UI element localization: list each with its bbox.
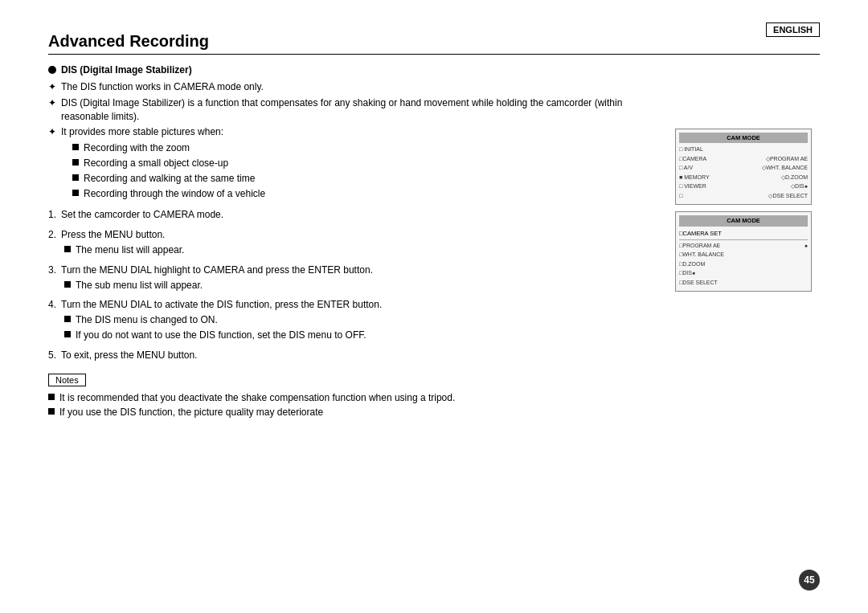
plus-text-1: The DIS function works in CAMERA mode on… xyxy=(61,80,264,94)
cam-row-2-0: □PROGRAM AE ● xyxy=(679,242,808,251)
step-2-content: Press the MENU button. The menu list wil… xyxy=(61,228,667,257)
cam-row-2-4: □DSE SELECT xyxy=(679,279,808,288)
numbered-steps: 1. Set the camcorder to CAMERA mode. 2. … xyxy=(48,208,667,362)
step-3-text: Turn the MENU DIAL highlight to CAMERA a… xyxy=(61,264,373,276)
cam-label-1-5: □ xyxy=(679,192,682,201)
cam-panel-2: CAM MODE □CAMERA SET □PROGRAM AE ● □WHT.… xyxy=(675,211,812,292)
cam-row-1-2: □ A/V ◇WHT. BALANCE xyxy=(679,164,808,173)
sub-text-2: Recording a small object close-up xyxy=(84,157,228,170)
square-item-4: Recording through the window of a vehicl… xyxy=(72,187,667,201)
page-number: 45 xyxy=(799,570,820,591)
step-4-sub-bullet-1 xyxy=(64,316,71,322)
notes-label: Notes xyxy=(48,374,86,386)
english-badge: ENGLISH xyxy=(766,22,820,37)
plus-text-2: DIS (Digital Image Stabilizer) is a func… xyxy=(61,96,667,124)
step-1-text: Set the camcorder to CAMERA mode. xyxy=(61,209,223,220)
note-item-2: If you use the DIS function, the picture… xyxy=(48,406,667,419)
cam-divider-2 xyxy=(679,239,808,240)
cam-row-1-0: □ INITIAL xyxy=(679,145,808,154)
cam-value-1-3: ◇D.ZOOM xyxy=(781,174,808,182)
step-3-number: 3. xyxy=(48,264,56,277)
cam-panel-2-subtitle: □CAMERA SET xyxy=(679,229,808,238)
cam-label-1-3: ■ MEMORY xyxy=(679,174,710,182)
step-5-content: To exit, press the MENU button. xyxy=(61,349,667,362)
step-2-sub-text: The menu list will appear. xyxy=(76,243,184,257)
step-4-sub-text-2: If you do not want to use the DIS functi… xyxy=(76,329,366,342)
cam-label-2-1: □WHT. BALANCE xyxy=(679,251,724,260)
step-4: 4. Turn the MENU DIAL to activate the DI… xyxy=(48,298,667,341)
cam-row-1-5: □ ◇DSE SELECT xyxy=(679,192,808,201)
cam-row-2-3: □DIS● xyxy=(679,269,808,278)
square-item-2: Recording a small object close-up xyxy=(72,157,667,170)
sub-text-4: Recording through the window of a vehicl… xyxy=(84,187,265,201)
cam-value-1-5: ◇DSE SELECT xyxy=(768,192,808,201)
cam-label-2-4: □DSE SELECT xyxy=(679,279,718,288)
step-3-content: Turn the MENU DIAL highlight to CAMERA a… xyxy=(61,264,667,292)
note-bullet-2 xyxy=(48,408,55,415)
section-heading: DIS (Digital Image Stabilizer) xyxy=(48,64,820,76)
page-container: ENGLISH Advanced Recording DIS (Digital … xyxy=(0,0,868,613)
cam-value-1-4: ◇DIS● xyxy=(791,182,808,191)
cam-label-1-2: □ A/V xyxy=(679,164,693,173)
cam-label-2-3: □DIS● xyxy=(679,269,695,278)
step-2: 2. Press the MENU button. The menu list … xyxy=(48,228,667,257)
step-4-number: 4. xyxy=(48,298,56,312)
notes-items: It is recommended that you deactivate th… xyxy=(48,391,667,420)
step-4-sub-bullet-2 xyxy=(64,331,71,337)
cam-value-1-1: ◇PROGRAM AE xyxy=(766,155,808,164)
cam-row-1-4: □ VIEWER ◇DIS● xyxy=(679,182,808,191)
content-left: ✦ The DIS function works in CAMERA mode … xyxy=(48,80,667,421)
step-3-sub-bullet xyxy=(64,281,71,288)
step-3: 3. Turn the MENU DIAL highlight to CAMER… xyxy=(48,264,667,292)
step-4-sub-2: If you do not want to use the DIS functi… xyxy=(64,329,667,342)
step-2-number: 2. xyxy=(48,228,56,242)
cam-label-1-0: □ INITIAL xyxy=(679,145,703,154)
note-bullet-1 xyxy=(48,394,55,400)
cam-label-2-0: □PROGRAM AE xyxy=(679,242,720,251)
step-3-sub-text: The sub menu list will appear. xyxy=(76,279,203,292)
square-bullet-2 xyxy=(72,159,79,166)
bullet-circle xyxy=(48,66,56,74)
step-4-text: Turn the MENU DIAL to activate the DIS f… xyxy=(61,299,382,310)
cam-panel-1: CAM MODE □ INITIAL □CAMERA ◇PROGRAM AE □… xyxy=(675,129,812,205)
plus-text-3: It provides more stable pictures when: xyxy=(61,125,223,139)
cam-row-2-1: □WHT. BALANCE xyxy=(679,251,808,260)
plus-item-2: ✦ DIS (Digital Image Stabilizer) is a fu… xyxy=(48,96,667,124)
step-2-sub: The menu list will appear. xyxy=(64,243,667,257)
square-bullet-4 xyxy=(72,190,79,196)
cam-row-1-1: □CAMERA ◇PROGRAM AE xyxy=(679,155,808,164)
step-5-text: To exit, press the MENU button. xyxy=(61,349,197,361)
step-5-number: 5. xyxy=(48,349,56,362)
step-4-sub-text-1: The DIS menu is changed to ON. xyxy=(76,313,218,327)
note-item-1: It is recommended that you deactivate th… xyxy=(48,391,667,405)
cam-label-1-4: □ VIEWER xyxy=(679,182,706,191)
step-2-text: Press the MENU button. xyxy=(61,229,165,240)
cam-label-2-2: □D.ZOOM xyxy=(679,260,705,269)
cam-row-1-3: ■ MEMORY ◇D.ZOOM xyxy=(679,174,808,182)
note-text-2: If you use the DIS function, the picture… xyxy=(59,406,323,419)
step-4-sub-1: The DIS menu is changed to ON. xyxy=(64,313,667,327)
step-1-content: Set the camcorder to CAMERA mode. xyxy=(61,208,667,222)
step-3-sub: The sub menu list will appear. xyxy=(64,279,667,292)
square-bullet-1 xyxy=(72,144,79,150)
section-heading-text: DIS (Digital Image Stabilizer) xyxy=(61,64,192,76)
sub-text-3: Recording and walking at the same time xyxy=(84,172,255,186)
square-item-3: Recording and walking at the same time xyxy=(72,172,667,186)
cam-panel-2-title: CAM MODE xyxy=(679,215,808,226)
plus-sign-1: ✦ xyxy=(48,80,56,94)
step-5: 5. To exit, press the MENU button. xyxy=(48,349,667,362)
step-1: 1. Set the camcorder to CAMERA mode. xyxy=(48,208,667,222)
cam-value-2-0: ● xyxy=(805,242,808,251)
cam-value-1-2: ◇WHT. BALANCE xyxy=(762,164,808,173)
cam-panel-1-title: CAM MODE xyxy=(679,133,808,143)
sub-text-1: Recording with the zoom xyxy=(84,141,190,155)
plus-item-3: ✦ It provides more stable pictures when: xyxy=(48,125,667,139)
note-text-1: It is recommended that you deactivate th… xyxy=(59,391,455,405)
plus-sign-2: ✦ xyxy=(48,96,56,110)
square-bullet-3 xyxy=(72,174,79,181)
plus-item-1: ✦ The DIS function works in CAMERA mode … xyxy=(48,80,667,94)
step-4-content: Turn the MENU DIAL to activate the DIS f… xyxy=(61,298,667,341)
page-title: Advanced Recording xyxy=(48,32,820,55)
content-split: ✦ The DIS function works in CAMERA mode … xyxy=(48,80,820,421)
square-item-1: Recording with the zoom xyxy=(72,141,667,155)
